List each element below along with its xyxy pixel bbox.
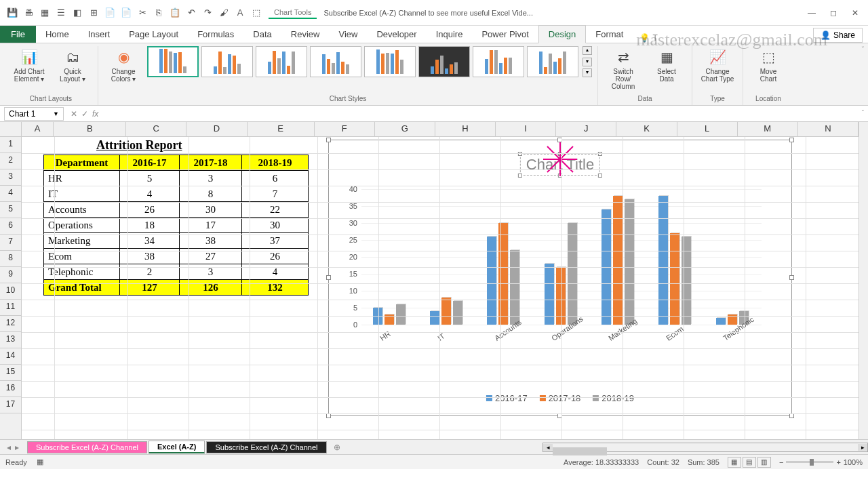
redo-icon[interactable]: ↷	[202, 7, 213, 18]
save-icon[interactable]: 💾	[7, 7, 18, 18]
chart-title[interactable]: Chart Title	[520, 154, 600, 176]
row-header-13[interactable]: 13	[0, 332, 21, 348]
cells-area[interactable]: Attrition Report Department2016-172017-1…	[22, 137, 859, 439]
row-header-8[interactable]: 8	[0, 251, 21, 267]
share-button[interactable]: 👤Share	[813, 28, 863, 43]
chart-style-2[interactable]	[201, 46, 253, 77]
expand-formula-icon[interactable]: ˇ	[858, 110, 868, 117]
enter-formula-icon[interactable]: ✓	[81, 109, 88, 119]
chart-style-5[interactable]	[364, 46, 416, 77]
column-header-G[interactable]: G	[375, 122, 435, 136]
paste-icon[interactable]: 📋	[170, 7, 180, 18]
new-sheet-button[interactable]: ⊕	[327, 443, 347, 452]
qat-icon-3[interactable]: ▦	[39, 7, 50, 18]
zoom-level[interactable]: 100%	[844, 458, 863, 466]
sheet-tab-3[interactable]: Subscribe Excel (A-Z) Channel	[206, 441, 326, 453]
chart-style-7[interactable]	[473, 46, 524, 77]
page-layout-view-button[interactable]: ▤	[743, 457, 756, 468]
print-icon[interactable]: 🖶	[23, 7, 34, 18]
row-header-5[interactable]: 5	[0, 202, 21, 218]
switch-row-column-button[interactable]: ⇄Switch Row/ Column	[604, 46, 643, 92]
qat-icon-14[interactable]: 🖌	[218, 7, 229, 18]
row-header-3[interactable]: 3	[0, 169, 21, 186]
column-header-L[interactable]: L	[677, 122, 738, 136]
move-chart-button[interactable]: ⬚Move Chart	[749, 46, 788, 84]
page-break-view-button[interactable]: ▥	[757, 457, 771, 468]
fx-icon[interactable]: fx	[92, 109, 98, 119]
vertical-scrollbar[interactable]	[859, 122, 868, 439]
tab-review[interactable]: Review	[281, 26, 330, 43]
style-scroll[interactable]: ▴▾▾	[583, 46, 592, 77]
sheet-tab-1[interactable]: Subscribe Excel (A-Z) Channel	[27, 441, 147, 453]
change-colors-button[interactable]: ◉Change Colors ▾	[104, 46, 143, 84]
row-header-9[interactable]: 9	[0, 267, 21, 283]
sheet-nav[interactable]: ◂▸	[0, 443, 26, 452]
add-chart-element-button[interactable]: 📊Add Chart Element ▾	[9, 46, 49, 84]
chart-style-4[interactable]	[310, 46, 361, 77]
row-header-15[interactable]: 15	[0, 365, 21, 381]
undo-icon[interactable]: ↶	[186, 7, 197, 18]
row-header-17[interactable]: 17	[0, 397, 21, 413]
row-header-2[interactable]: 2	[0, 153, 21, 169]
close-button[interactable]: ✕	[845, 6, 865, 20]
row-header-11[interactable]: 11	[0, 300, 21, 316]
chart-style-3[interactable]	[256, 46, 307, 77]
macro-icon[interactable]: ▦	[37, 458, 43, 466]
column-header-I[interactable]: I	[496, 122, 556, 136]
tab-power-pivot[interactable]: Power Pivot	[472, 26, 538, 43]
tab-home[interactable]: Home	[36, 26, 79, 43]
qat-icon-15[interactable]: A	[235, 7, 245, 18]
chart-style-8[interactable]	[527, 46, 578, 77]
column-header-D[interactable]: D	[186, 122, 247, 136]
quick-layout-button[interactable]: 🗂Quick Layout ▾	[53, 46, 92, 84]
column-header-A[interactable]: A	[22, 122, 54, 136]
tell-me-search[interactable]: 💡T	[639, 33, 657, 43]
collapse-ribbon-icon[interactable]: ˇ	[862, 46, 864, 54]
tab-developer[interactable]: Developer	[367, 26, 426, 43]
column-header-N[interactable]: N	[798, 122, 859, 136]
name-box[interactable]: Chart 1▼	[4, 107, 64, 121]
minimize-button[interactable]: —	[802, 6, 822, 20]
file-tab[interactable]: File	[0, 26, 36, 43]
row-header-4[interactable]: 4	[0, 186, 21, 202]
row-header-16[interactable]: 16	[0, 381, 21, 397]
qat-icon-7[interactable]: 📄	[104, 7, 115, 18]
change-chart-type-button[interactable]: 📈Change Chart Type	[698, 46, 737, 84]
tab-page-layout[interactable]: Page Layout	[119, 26, 188, 43]
cancel-formula-icon[interactable]: ✕	[71, 109, 77, 119]
zoom-slider[interactable]	[786, 461, 833, 463]
zoom-out-button[interactable]: −	[779, 458, 783, 466]
select-all-corner[interactable]	[0, 122, 22, 136]
tab-data[interactable]: Data	[243, 26, 281, 43]
qat-icon-6[interactable]: ⊞	[88, 7, 99, 18]
chart-style-1[interactable]	[147, 46, 199, 77]
tab-view[interactable]: View	[329, 26, 367, 43]
normal-view-button[interactable]: ▦	[728, 457, 741, 468]
select-data-button[interactable]: ▦Select Data	[647, 46, 686, 84]
column-header-H[interactable]: H	[435, 122, 496, 136]
row-header-1[interactable]: 1	[0, 137, 21, 153]
column-header-E[interactable]: E	[248, 122, 315, 136]
column-header-C[interactable]: C	[126, 122, 186, 136]
tab-inquire[interactable]: Inquire	[427, 26, 473, 43]
tab-format[interactable]: Format	[586, 26, 633, 43]
cut-icon[interactable]: ✂	[137, 7, 148, 18]
restore-button[interactable]: ◻	[823, 6, 844, 20]
column-header-F[interactable]: F	[315, 122, 375, 136]
column-header-J[interactable]: J	[556, 122, 616, 136]
qat-icon-4[interactable]: ☰	[56, 7, 66, 18]
tab-insert[interactable]: Insert	[79, 26, 120, 43]
row-header-7[interactable]: 7	[0, 235, 21, 251]
copy-icon[interactable]: ⎘	[153, 7, 164, 18]
horizontal-scrollbar[interactable]: ◂▸	[542, 443, 868, 452]
row-header-10[interactable]: 10	[0, 283, 21, 300]
row-header-12[interactable]: 12	[0, 316, 21, 332]
sheet-tab-2[interactable]: Excel (A-Z)	[149, 441, 205, 453]
chart-object[interactable]: Chart Title 0510152025303540 HRITAccount…	[328, 140, 792, 416]
chart-style-6[interactable]	[418, 46, 470, 77]
column-header-M[interactable]: M	[738, 122, 798, 136]
row-header-14[interactable]: 14	[0, 348, 21, 365]
tab-formulas[interactable]: Formulas	[188, 26, 243, 43]
column-header-K[interactable]: K	[616, 122, 677, 136]
qat-icon-5[interactable]: ◧	[72, 7, 83, 18]
